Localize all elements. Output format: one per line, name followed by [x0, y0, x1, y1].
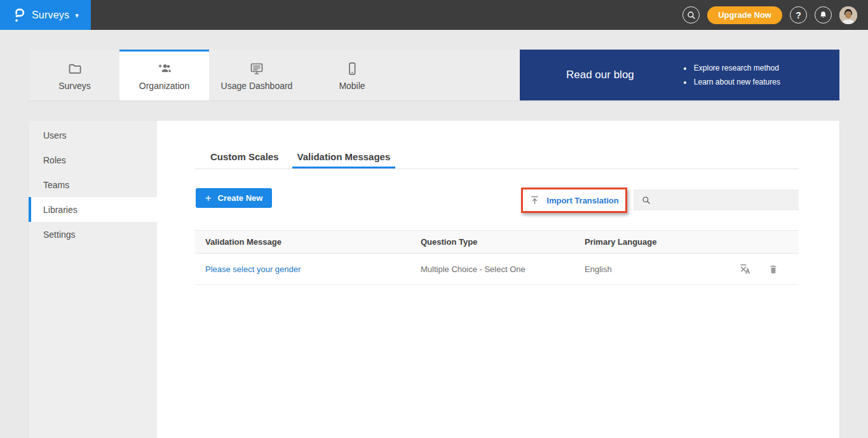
- search-icon: [641, 195, 651, 205]
- table-header: Validation Message Question Type Primary…: [195, 230, 799, 254]
- column-question-type: Question Type: [410, 231, 574, 253]
- sidebar-item-teams[interactable]: Teams: [29, 172, 157, 197]
- search-box: [634, 189, 799, 210]
- module-tabs: Surveys Organization Usage Dashboard: [29, 50, 520, 100]
- sidebar-item-libraries[interactable]: Libraries: [29, 197, 157, 222]
- plus-icon: +: [205, 193, 212, 203]
- upload-icon: [529, 195, 540, 206]
- search-input[interactable]: [657, 195, 799, 205]
- tab-organization-label: Organization: [139, 81, 189, 91]
- questionpro-logo-icon: [13, 8, 25, 23]
- validation-messages-table: Validation Message Question Type Primary…: [195, 230, 799, 285]
- bell-icon: [818, 10, 828, 20]
- tab-custom-scales[interactable]: Custom Scales: [210, 151, 279, 168]
- caret-down-icon: ▾: [75, 11, 79, 20]
- person-add-icon: [157, 61, 172, 76]
- import-translation-label: Import Translation: [546, 196, 618, 205]
- tab-validation-messages[interactable]: Validation Messages: [292, 151, 396, 168]
- column-primary-language: Primary Language: [574, 231, 724, 253]
- tab-mobile[interactable]: Mobile: [304, 50, 400, 100]
- libraries-content: Custom Scales Validation Messages + Crea…: [157, 121, 839, 438]
- mobile-phone-icon: [344, 61, 360, 76]
- tab-surveys[interactable]: Surveys: [30, 50, 119, 100]
- blog-promo-panel[interactable]: Read our blog Explore research method Le…: [520, 50, 839, 100]
- dashboard-monitor-icon: [249, 61, 264, 76]
- tab-surveys-label: Surveys: [58, 81, 91, 91]
- search-icon: [686, 10, 696, 20]
- sidebar-item-roles[interactable]: Roles: [29, 147, 157, 172]
- upgrade-now-button[interactable]: Upgrade Now: [707, 6, 782, 24]
- table-row: Please select your gender Multiple Choic…: [195, 254, 799, 285]
- import-translation-button[interactable]: Import Translation: [523, 189, 625, 211]
- create-new-label: Create New: [218, 193, 263, 203]
- blog-bullet: Learn about new features: [693, 75, 780, 89]
- sidebar-item-users[interactable]: Users: [29, 123, 157, 147]
- module-nav-card: Surveys Organization Usage Dashboard: [29, 50, 839, 100]
- tab-usage-dashboard-label: Usage Dashboard: [221, 81, 293, 91]
- blog-panel-title: Read our blog: [566, 69, 634, 81]
- folder-icon: [67, 61, 83, 76]
- topbar-actions: Upgrade Now ?: [682, 0, 857, 30]
- tab-usage-dashboard[interactable]: Usage Dashboard: [209, 50, 304, 100]
- blog-bullet-list: Explore research method Learn about new …: [693, 61, 780, 89]
- search-button[interactable]: [682, 6, 700, 24]
- import-translation-highlight: Import Translation: [521, 188, 627, 213]
- question-icon: ?: [796, 10, 801, 20]
- notifications-button[interactable]: [815, 6, 832, 24]
- question-type-value: Multiple Choice - Select One: [421, 264, 526, 274]
- primary-language-value: English: [585, 264, 612, 274]
- column-validation-message: Validation Message: [195, 231, 410, 253]
- delete-icon[interactable]: [768, 264, 778, 275]
- settings-sidebar: Users Roles Teams Libraries Settings: [29, 121, 157, 438]
- topbar: Surveys ▾ Upgrade Now ?: [0, 0, 868, 30]
- library-tabs: Custom Scales Validation Messages: [210, 151, 390, 168]
- product-name: Surveys: [32, 10, 69, 21]
- column-actions: [724, 231, 799, 253]
- product-switcher[interactable]: Surveys ▾: [0, 0, 91, 30]
- tab-mobile-label: Mobile: [339, 81, 365, 91]
- avatar[interactable]: [839, 6, 857, 24]
- tab-organization[interactable]: Organization: [119, 50, 209, 100]
- tabs-divider: [195, 168, 799, 169]
- blog-bullet: Explore research method: [693, 61, 780, 75]
- create-new-button[interactable]: + Create New: [196, 188, 272, 208]
- translate-icon[interactable]: [739, 263, 751, 275]
- validation-message-link[interactable]: Please select your gender: [205, 264, 301, 274]
- sidebar-item-settings[interactable]: Settings: [29, 222, 157, 247]
- help-button[interactable]: ?: [790, 6, 807, 24]
- organization-settings-card: Users Roles Teams Libraries Settings Cus…: [29, 121, 839, 438]
